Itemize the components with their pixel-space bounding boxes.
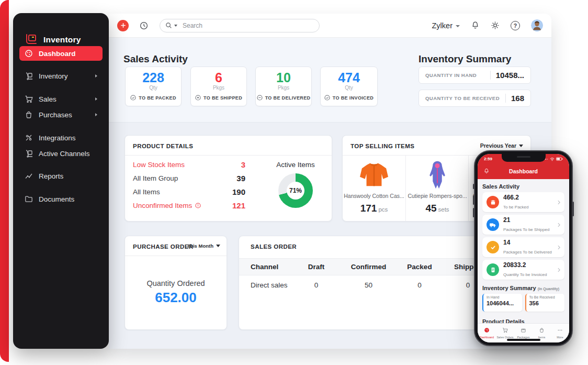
product-details-row-low-stock[interactable]: Low Stock Items 3	[133, 160, 245, 169]
sidebar-item-inventory[interactable]: Inventory	[19, 69, 103, 83]
dash-circle-icon	[257, 95, 263, 101]
sales-activity-title: Sales Activity	[123, 53, 188, 65]
column-header: Channel	[239, 263, 291, 271]
phone-home-indicator[interactable]	[507, 339, 540, 341]
metric-label: TO BE DELIVERED	[265, 95, 311, 101]
chevron-right-icon	[558, 200, 560, 205]
inventory-summary-title: Inventory Summary	[419, 53, 511, 65]
expand-caret-icon	[95, 97, 97, 101]
metric-label: TO BE PACKED	[139, 95, 176, 101]
brand-backdrop-strip	[0, 0, 9, 362]
card-title: PRODUCT DETAILS	[133, 143, 193, 149]
phone-card-to-be-delivered[interactable]: 14 Packages To be Delivered	[482, 237, 564, 257]
search-bar[interactable]	[160, 19, 320, 32]
metric-label: TO BE SHIPPED	[203, 95, 242, 101]
product-details-card: PRODUCT DETAILS Low Stock Items 3 All It…	[125, 135, 332, 222]
top-selling-item[interactable]: Cutiepie Rompers-spo... 45sets	[405, 156, 469, 221]
product-qty: 171	[360, 203, 377, 214]
column-header: Confirmed	[341, 263, 396, 271]
product-unit: pcs	[378, 206, 388, 213]
sidebar: Inventory Dashboard Inventory Sales	[13, 13, 109, 349]
sidebar-item-label: Active Channels	[39, 150, 90, 158]
chevron-right-icon	[558, 223, 560, 227]
top-selling-item[interactable]: Hanswooly Cotton Cas... 171pcs	[343, 156, 405, 221]
phone-mockup: 2:59 Dashboard Sales Activity	[474, 150, 573, 346]
bag-icon	[25, 110, 33, 119]
screenshot-root: Inventory Dashboard Inventory Sales	[0, 0, 588, 365]
help-icon[interactable]: ?	[511, 21, 520, 30]
search-scope-caret-icon[interactable]	[174, 25, 177, 27]
phone-volume-up-button	[473, 195, 474, 205]
cell-channel: Direct sales	[239, 281, 291, 289]
overview-band: Sales Activity 228 Qty TO BE PACKED 6 Pk…	[109, 38, 551, 123]
filter-label: This Month	[187, 243, 213, 249]
topbar-right-cluster: Zylker ?	[432, 19, 543, 31]
metric-value: 228	[126, 71, 181, 84]
expand-caret-icon	[95, 74, 97, 78]
sidebar-item-dashboard[interactable]: Dashboard	[19, 46, 103, 61]
inventory-summary-in-hand[interactable]: QUANTITY IN HAND 10458...	[419, 67, 531, 84]
sidebar-item-label: Purchases	[39, 111, 72, 119]
sidebar-item-purchases[interactable]: Purchases	[19, 107, 103, 122]
active-items-donut: 71%	[278, 173, 313, 208]
info-icon[interactable]	[195, 203, 201, 208]
sidebar-item-reports[interactable]: Reports	[19, 169, 103, 183]
settings-gear-icon[interactable]	[491, 21, 500, 30]
phone-notch	[502, 154, 546, 162]
quantity-ordered-value: 652.00	[125, 290, 227, 306]
sidebar-item-label: Integrations	[39, 134, 76, 142]
summary-label: In Hand	[487, 295, 519, 299]
product-details-row-item-group[interactable]: All Item Group 39	[133, 174, 245, 183]
inventory-summary-to-receive[interactable]: QUANTITY TO BE RECEIVED 168	[419, 90, 531, 107]
sales-activity-card-shipped[interactable]: 6 Pkgs TO BE SHIPPED	[190, 67, 247, 106]
recent-activity-icon[interactable]	[139, 21, 149, 30]
app-title: Inventory	[43, 35, 81, 45]
product-details-row-unconfirmed[interactable]: Unconfirmed Items 121	[133, 201, 245, 210]
app-logo[interactable]: Inventory	[25, 33, 81, 47]
box-icon	[487, 196, 499, 208]
divider	[125, 256, 227, 256]
search-input[interactable]	[182, 21, 288, 30]
phone-page-title: Dashboard	[478, 168, 569, 174]
sidebar-item-active-channels[interactable]: Active Channels	[19, 146, 103, 161]
phone-mute-switch	[473, 184, 474, 189]
status-time: 2:59	[484, 157, 492, 161]
row-label: Low Stock Items	[133, 161, 185, 169]
phone-card-to-be-invoiced[interactable]: 20833.2 Quantity To be Invoiced	[482, 260, 564, 280]
sales-activity-card-packed[interactable]: 228 Qty TO BE PACKED	[125, 67, 182, 106]
product-image-romper	[406, 160, 469, 190]
phone-nav-more[interactable]: More	[551, 324, 569, 342]
quick-create-button[interactable]	[117, 20, 129, 31]
phone-summary-to-be-received[interactable]: To Be Received 356	[525, 294, 565, 312]
phone-card-to-be-shipped[interactable]: 21 Packages To be Shipped	[482, 215, 564, 235]
sidebar-item-integrations[interactable]: Integrations	[19, 130, 103, 145]
row-label: Unconfirmed Items	[133, 202, 192, 209]
phone-card-label: Quantity To be Invoiced	[503, 272, 547, 277]
notifications-bell-icon[interactable]	[471, 21, 480, 30]
top-selling-filter-dropdown[interactable]: Previous Year	[480, 142, 523, 149]
purchase-order-filter-dropdown[interactable]: This Month	[187, 243, 220, 249]
phone-summary-in-hand[interactable]: In Hand 1046044...	[482, 294, 522, 312]
sidebar-item-documents[interactable]: Documents	[19, 192, 103, 206]
phone-nav-dashboard[interactable]: Dashboard	[478, 324, 496, 342]
phone-card-to-be-packed[interactable]: 466.2 To be Packed	[482, 192, 564, 212]
org-name: Zylker	[432, 21, 453, 30]
summary-value: 1046044...	[487, 300, 519, 306]
sales-activity-card-invoiced[interactable]: 474 Qty TO BE INVOICED	[320, 67, 378, 106]
inventory-dolly-icon	[25, 72, 33, 80]
product-details-row-all-items[interactable]: All Items 190	[133, 187, 245, 196]
filter-label: Previous Year	[480, 142, 516, 149]
sidebar-item-label: Reports	[39, 172, 63, 180]
user-avatar[interactable]	[531, 19, 543, 31]
battery-icon	[556, 157, 563, 161]
org-switcher[interactable]: Zylker	[432, 21, 460, 30]
metric-unit: Pkgs	[256, 85, 311, 91]
phone-card-label: Packages To be Delivered	[503, 250, 552, 255]
sales-activity-card-delivered[interactable]: 10 Pkgs TO BE DELIVERED	[255, 67, 312, 106]
chevron-right-icon	[558, 268, 560, 272]
phone-bell-icon[interactable]	[483, 168, 490, 174]
quantity-ordered-label: Quantity Ordered	[125, 279, 227, 287]
sidebar-item-sales[interactable]: Sales	[19, 92, 103, 106]
phone-power-button	[572, 202, 574, 216]
metric-unit: Qty	[321, 85, 377, 91]
